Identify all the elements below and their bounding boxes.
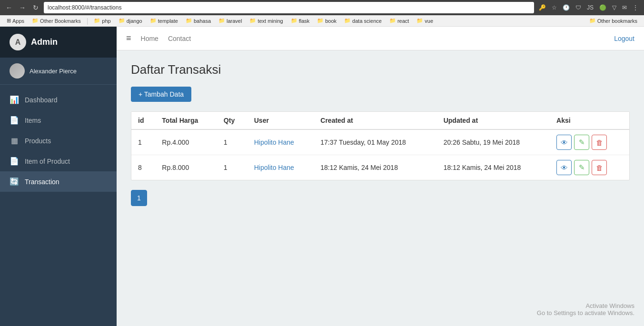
folder-icon-vue: 📁 (416, 18, 423, 24)
view-button-2[interactable]: 👁 (556, 160, 572, 175)
key-icon: 🔑 (537, 3, 548, 12)
page-title: Daftar Transaksi (131, 62, 630, 77)
bookmark-php[interactable]: 📁 php (91, 17, 113, 25)
page-1-button[interactable]: 1 (131, 190, 147, 206)
folder-icon-template: 📁 (150, 18, 157, 24)
bookmark-laravel-label: laravel (227, 18, 242, 24)
reload-button[interactable]: ↻ (30, 2, 41, 13)
cell-user-1: Hipolito Hane (248, 129, 314, 155)
dashboard-icon: 📊 (10, 95, 19, 104)
bookmark-other1-label: Other Bookmarks (40, 18, 81, 24)
app-body: A Admin Alexander Pierce 📊 Dashboard 📄 I… (0, 27, 644, 326)
bookmark-bahasa-label: bahasa (194, 18, 211, 24)
action-buttons-2: 👁 ✎ 🗑 (556, 160, 623, 175)
bookmark-textmining[interactable]: 📁 text mining (247, 17, 286, 25)
bookmark-flask[interactable]: 📁 flask (288, 17, 313, 25)
bookmark-template[interactable]: 📁 template (147, 17, 181, 25)
sidebar-item-products-label: Products (25, 137, 51, 145)
bookmark-datascience-label: data science (352, 18, 382, 24)
sidebar-item-items[interactable]: 📄 Items (0, 110, 117, 130)
adblock-icon[interactable]: 🛡 (574, 3, 583, 12)
bookmark-react[interactable]: 📁 react (386, 17, 412, 25)
sidebar-user: Alexander Pierce (0, 58, 117, 85)
data-table-container: id Total Harga Qty User Created at Updat… (131, 111, 630, 180)
nav-link-contact[interactable]: Contact (168, 35, 191, 42)
table-row: 1 Rp.4.000 1 Hipolito Hane 17:37 Tuesday… (131, 129, 629, 155)
nav-link-home[interactable]: Home (141, 35, 159, 42)
add-data-button[interactable]: + Tambah Data (131, 87, 191, 102)
user-link-2[interactable]: Hipolito Hane (254, 164, 294, 171)
bookmark-book[interactable]: 📁 book (314, 17, 339, 25)
js-icon[interactable]: JS (585, 3, 595, 12)
bookmark-php-label: php (102, 18, 110, 24)
edit-button-2[interactable]: ✎ (574, 160, 589, 175)
sidebar-item-products[interactable]: ▦ Products (0, 130, 117, 151)
page-content: Daftar Transaksi + Tambah Data id Total … (117, 50, 644, 326)
bookmark-other2[interactable]: 📁 Other bookmarks (586, 17, 640, 25)
delete-button-2[interactable]: 🗑 (592, 160, 607, 175)
forward-button[interactable]: → (17, 2, 28, 13)
browser-toolbar: ← → ↻ 🔑 ☆ 🕐 🛡 JS 🟢 ▽ ✉ ⋮ (0, 0, 644, 15)
table-head: id Total Harga Qty User Created at Updat… (131, 112, 629, 129)
bookmark-vue-label: vue (425, 18, 433, 24)
ext2-icon[interactable]: ▽ (610, 3, 618, 12)
bookmark-datascience[interactable]: 📁 data science (341, 17, 385, 25)
star-icon[interactable]: ☆ (550, 3, 559, 12)
folder-icon-laravel: 📁 (218, 18, 225, 24)
browser-chrome: ← → ↻ 🔑 ☆ 🕐 🛡 JS 🟢 ▽ ✉ ⋮ ⊞ Apps 📁 Other … (0, 0, 644, 27)
cell-created-1: 17:37 Tuesday, 01 May 2018 (314, 129, 436, 155)
view-button-1[interactable]: 👁 (556, 135, 572, 150)
bookmark-django-label: django (127, 18, 142, 24)
browser-icons: 🔑 ☆ 🕐 🛡 JS 🟢 ▽ ✉ ⋮ (537, 3, 640, 12)
folder-icon-book: 📁 (317, 18, 324, 24)
cell-total-harga-1: Rp.4.000 (155, 129, 217, 155)
cell-created-2: 18:12 Kamis, 24 Mei 2018 (314, 155, 436, 180)
cell-updated-1: 20:26 Sabtu, 19 Mei 2018 (437, 129, 550, 155)
folder-icon-textmining: 📁 (249, 18, 256, 24)
hamburger-button[interactable]: ≡ (126, 33, 131, 43)
col-id: id (131, 112, 155, 129)
sidebar-item-item-of-product-label: Item of Product (25, 158, 70, 165)
bookmark-textmining-label: text mining (258, 18, 283, 24)
sidebar-item-transaction[interactable]: 🔄 Transaction (0, 171, 117, 192)
folder-icon-bahasa: 📁 (186, 18, 192, 24)
table-body: 1 Rp.4.000 1 Hipolito Hane 17:37 Tuesday… (131, 129, 629, 180)
bookmark-vue[interactable]: 📁 vue (414, 17, 436, 25)
history-icon[interactable]: 🕐 (561, 3, 572, 12)
bookmark-bahasa[interactable]: 📁 bahasa (183, 17, 214, 25)
menu-icon[interactable]: ⋮ (631, 3, 640, 12)
user-name: Alexander Pierce (30, 68, 77, 75)
bookmark-other2-label: Other bookmarks (597, 18, 637, 24)
ext-icon[interactable]: 🟢 (597, 3, 608, 12)
bookmark-other1[interactable]: 📁 Other Bookmarks (29, 17, 84, 25)
edit-button-1[interactable]: ✎ (574, 135, 589, 150)
sidebar-brand: A Admin (0, 27, 117, 58)
top-nav-left: ≡ Home Contact (126, 33, 191, 43)
col-updated-at: Updated at (437, 112, 550, 129)
bookmark-laravel[interactable]: 📁 laravel (216, 17, 245, 25)
avatar (10, 63, 25, 79)
address-bar[interactable] (44, 2, 534, 13)
msg-icon[interactable]: ✉ (620, 3, 629, 12)
logout-button[interactable]: Logout (614, 35, 634, 42)
delete-button-1[interactable]: 🗑 (592, 135, 607, 150)
col-total-harga: Total Harga (155, 112, 217, 129)
products-icon: ▦ (10, 136, 19, 145)
folder-icon-datascience: 📁 (344, 18, 351, 24)
user-link-1[interactable]: Hipolito Hane (254, 138, 294, 146)
col-aksi: Aksi (550, 112, 629, 129)
back-button[interactable]: ← (4, 2, 14, 13)
folder-icon-react: 📁 (389, 18, 396, 24)
bookmark-django[interactable]: 📁 django (116, 17, 145, 25)
pagination: 1 (131, 190, 630, 206)
table-header-row: id Total Harga Qty User Created at Updat… (131, 112, 629, 129)
bookmark-apps[interactable]: ⊞ Apps (4, 17, 27, 25)
main-content: ≡ Home Contact Logout Daftar Transaksi +… (117, 27, 644, 326)
cell-aksi-2: 👁 ✎ 🗑 (550, 155, 629, 180)
bookmarks-bar: ⊞ Apps 📁 Other Bookmarks | 📁 php 📁 djang… (0, 15, 644, 27)
cell-qty-1: 1 (217, 129, 248, 155)
sidebar-item-item-of-product[interactable]: 📄 Item of Product (0, 151, 117, 171)
sidebar-item-dashboard[interactable]: 📊 Dashboard (0, 89, 117, 110)
bookmark-template-label: template (158, 18, 178, 24)
sidebar-item-transaction-label: Transaction (25, 178, 59, 186)
